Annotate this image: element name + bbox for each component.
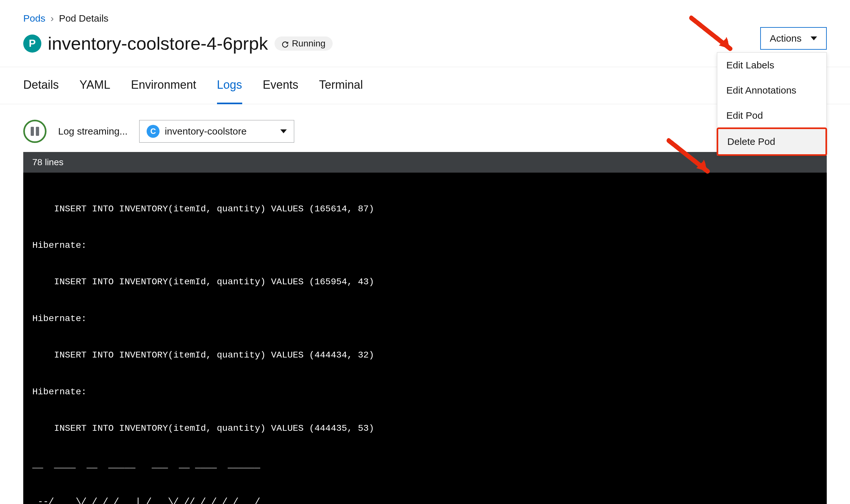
log-line: INSERT INTO INVENTORY(itemId, quantity) … <box>23 203 827 215</box>
log-viewer: 78 lines INSERT INTO INVENTORY(itemId, q… <box>23 152 827 504</box>
page-title: inventory-coolstore-4-6prpk <box>48 33 268 54</box>
container-select[interactable]: C inventory-coolstore <box>139 120 294 143</box>
tab-events[interactable]: Events <box>263 67 298 104</box>
log-line: INSERT INTO INVENTORY(itemId, quantity) … <box>23 422 827 435</box>
menu-item-delete-pod[interactable]: Delete Pod <box>717 127 827 156</box>
annotation-arrow-icon <box>688 13 743 58</box>
log-line: Hibernate: <box>23 386 827 398</box>
status-badge: Running <box>275 36 333 51</box>
pause-stream-button[interactable] <box>23 120 47 143</box>
tab-details[interactable]: Details <box>23 67 59 104</box>
status-text: Running <box>292 38 326 49</box>
actions-button[interactable]: Actions <box>760 27 827 50</box>
log-line: --/ __ \/ / / / _ | / _ \/ //_/ / / / __… <box>23 496 827 504</box>
tab-yaml[interactable]: YAML <box>80 67 110 104</box>
log-line: Hibernate: <box>23 239 827 252</box>
log-line: __ ____ __ _____ ___ __ ____ ______ <box>23 459 827 471</box>
log-line: INSERT INTO INVENTORY(itemId, quantity) … <box>23 276 827 288</box>
log-line: Hibernate: <box>23 313 827 325</box>
pod-badge-icon: P <box>23 35 41 53</box>
breadcrumb-link-pods[interactable]: Pods <box>23 13 45 24</box>
log-streaming-label: Log streaming... <box>58 126 127 137</box>
menu-item-edit-annotations[interactable]: Edit Annotations <box>717 78 827 103</box>
tab-logs[interactable]: Logs <box>217 67 242 104</box>
log-line: INSERT INTO INVENTORY(itemId, quantity) … <box>23 349 827 361</box>
tab-environment[interactable]: Environment <box>131 67 196 104</box>
tab-terminal[interactable]: Terminal <box>319 67 363 104</box>
chevron-right-icon: › <box>50 13 54 24</box>
breadcrumb-current: Pod Details <box>59 13 108 24</box>
pause-icon <box>31 127 39 136</box>
actions-label: Actions <box>770 33 801 44</box>
sync-icon <box>282 40 289 47</box>
container-name: inventory-coolstore <box>165 126 246 137</box>
container-badge-icon: C <box>146 125 159 138</box>
actions-menu: Edit Labels Edit Annotations Edit Pod De… <box>717 52 827 156</box>
log-body[interactable]: INSERT INTO INVENTORY(itemId, quantity) … <box>23 173 827 504</box>
menu-item-edit-pod[interactable]: Edit Pod <box>717 103 827 128</box>
annotation-arrow-icon <box>665 136 720 181</box>
chevron-down-icon <box>811 36 817 40</box>
chevron-down-icon <box>280 129 287 133</box>
